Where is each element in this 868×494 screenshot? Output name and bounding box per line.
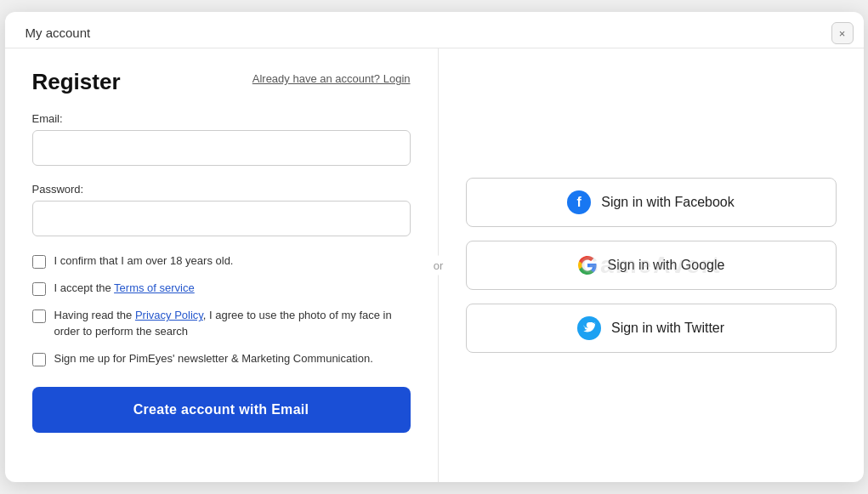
modal-header: My account ×	[5, 12, 864, 48]
newsletter-checkbox[interactable]	[32, 353, 46, 366]
age-checkbox-group: I confirm that I am over 18 years old.	[32, 253, 411, 269]
facebook-icon: f	[567, 190, 591, 214]
checkboxes-container: I confirm that I am over 18 years old. I…	[32, 253, 411, 366]
or-divider: or	[434, 256, 444, 275]
newsletter-checkbox-group: Sign me up for PimEyes' newsletter & Mar…	[32, 351, 411, 366]
privacy-checkbox[interactable]	[32, 309, 46, 323]
privacy-checkbox-label: Having read the Privacy Policy, I agree …	[54, 308, 411, 338]
terms-link[interactable]: Terms of service	[114, 281, 195, 294]
terms-checkbox[interactable]	[32, 282, 46, 296]
age-checkbox[interactable]	[32, 255, 46, 269]
newsletter-checkbox-label: Sign me up for PimEyes' newsletter & Mar…	[54, 351, 373, 366]
google-icon	[577, 255, 598, 275]
modal-body: Register Already have an account? Login …	[5, 48, 864, 482]
create-account-button[interactable]: Create account with Email	[32, 387, 411, 433]
right-panel: or GameAvert f Sign in with Facebook Sig…	[439, 48, 864, 482]
facebook-signin-button[interactable]: f Sign in with Facebook	[466, 178, 837, 227]
privacy-link[interactable]: Privacy Policy	[135, 309, 203, 321]
privacy-checkbox-group: Having read the Privacy Policy, I agree …	[32, 308, 411, 338]
email-label: Email:	[32, 112, 411, 125]
email-form-group: Email:	[32, 112, 411, 166]
modal-overlay: My account × Register Already have an ac…	[0, 0, 868, 494]
left-panel: Register Already have an account? Login …	[5, 48, 439, 482]
google-btn-label: Sign in with Google	[608, 258, 725, 273]
terms-checkbox-group: I accept the Terms of service	[32, 281, 411, 296]
password-form-group: Password:	[32, 183, 411, 236]
password-input[interactable]	[32, 201, 411, 236]
terms-checkbox-label: I accept the Terms of service	[54, 281, 195, 296]
google-signin-button[interactable]: Sign in with Google	[466, 241, 837, 290]
twitter-signin-button[interactable]: Sign in with Twitter	[466, 304, 837, 353]
close-button[interactable]: ×	[831, 22, 854, 44]
twitter-icon	[577, 316, 601, 340]
modal: My account × Register Already have an ac…	[5, 12, 864, 482]
modal-title: My account	[26, 26, 91, 40]
facebook-btn-label: Sign in with Facebook	[601, 195, 735, 210]
password-label: Password:	[32, 183, 411, 196]
age-checkbox-label: I confirm that I am over 18 years old.	[54, 253, 234, 269]
twitter-btn-label: Sign in with Twitter	[611, 321, 724, 336]
email-input[interactable]	[32, 130, 411, 166]
login-link[interactable]: Already have an account? Login	[252, 72, 411, 85]
